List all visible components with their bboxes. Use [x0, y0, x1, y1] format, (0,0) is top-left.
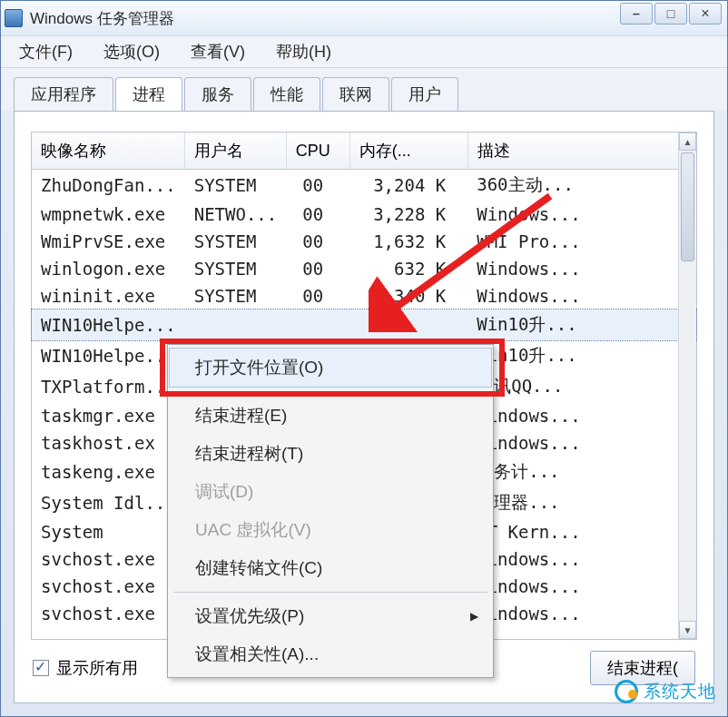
col-desc: Win10升... — [467, 340, 695, 371]
col-image: WIN10Helpe... — [32, 340, 185, 371]
cm-debug: 调试(D) — [170, 473, 491, 511]
col-image: WmiPrvSE.exe — [32, 228, 185, 255]
col-cpu: 00 — [286, 228, 349, 255]
col-desc: 360主动... — [467, 170, 695, 201]
window-title: Windows 任务管理器 — [30, 8, 174, 29]
watermark-text: 系统天地 — [644, 680, 716, 703]
col-desc: Windows... — [467, 429, 695, 457]
col-desc: Windows... — [467, 573, 695, 600]
show-all-checkbox[interactable] — [33, 660, 49, 676]
col-description[interactable]: 描述 — [467, 133, 695, 170]
col-desc: Windows... — [467, 201, 695, 228]
context-menu: 打开文件位置(O) 结束进程(E) 结束进程树(T) 调试(D) UAC 虚拟化… — [167, 344, 494, 678]
watermark: 系统天地 — [615, 680, 716, 703]
col-image: taskmgr.exe — [32, 402, 185, 429]
col-user: SYSTEM — [185, 282, 287, 309]
col-cpu — [286, 309, 349, 340]
col-mem: 340 K — [349, 282, 467, 309]
col-image: winlogon.exe — [32, 255, 185, 282]
col-image: ZhuDongFan... — [32, 170, 185, 201]
col-image: svchost.exe — [32, 545, 185, 573]
col-image: wmpnetwk.exe — [32, 201, 185, 228]
tab-applications[interactable]: 应用程序 — [14, 77, 113, 111]
col-cpu[interactable]: CPU — [286, 133, 349, 170]
col-image: wininit.exe — [32, 282, 185, 309]
cm-open-file-location[interactable]: 打开文件位置(O) — [169, 348, 492, 388]
col-desc: Win10升... — [467, 309, 695, 340]
col-cpu: 00 — [286, 170, 349, 201]
col-desc: Windows... — [467, 545, 695, 573]
minimize-button[interactable] — [620, 3, 653, 25]
table-row[interactable]: WmiPrvSE.exeSYSTEM001,632 KWMI Pro... — [32, 228, 696, 255]
col-user — [185, 309, 287, 340]
watermark-logo-icon — [615, 680, 638, 703]
col-mem — [349, 309, 467, 340]
col-image: WIN10Helpe... — [32, 309, 185, 340]
tab-services[interactable]: 服务 — [184, 77, 251, 111]
table-row[interactable]: ZhuDongFan...SYSTEM003,204 K360主动... — [32, 170, 696, 201]
col-cpu: 00 — [286, 255, 349, 282]
col-cpu: 00 — [286, 282, 349, 309]
menubar: 文件(F) 选项(O) 查看(V) 帮助(H) — [1, 35, 727, 68]
col-desc: Windows... — [467, 600, 695, 627]
tab-networking[interactable]: 联网 — [322, 77, 389, 111]
show-all-label: 显示所有用 — [56, 657, 138, 679]
cm-set-priority[interactable]: 设置优先级(P) — [170, 597, 491, 635]
tab-strip: 应用程序 进程 服务 性能 联网 用户 — [1, 68, 727, 111]
maximize-button[interactable] — [654, 3, 687, 25]
scrollbar[interactable]: ▲ ▼ — [678, 133, 696, 639]
col-image: System — [32, 518, 185, 545]
col-cpu: 00 — [286, 201, 349, 228]
window-controls — [620, 3, 722, 25]
scroll-up-arrow[interactable]: ▲ — [679, 133, 696, 151]
col-desc: 腾讯QQ... — [467, 371, 695, 402]
cm-separator — [173, 592, 487, 593]
table-header-row: 映像名称 用户名 CPU 内存(... 描述 — [32, 133, 696, 170]
col-user: SYSTEM — [185, 170, 287, 201]
col-desc: Windows... — [467, 255, 695, 282]
titlebar: Windows 任务管理器 — [1, 1, 727, 35]
tab-processes[interactable]: 进程 — [115, 77, 182, 111]
col-image: TXPlatform... — [32, 371, 185, 402]
col-desc: 处理器... — [467, 487, 695, 518]
menu-file[interactable]: 文件(F) — [12, 37, 80, 66]
cm-end-process[interactable]: 结束进程(E) — [170, 397, 491, 435]
table-row[interactable]: wininit.exeSYSTEM00340 KWindows... — [32, 282, 696, 309]
task-manager-window: Windows 任务管理器 文件(F) 选项(O) 查看(V) 帮助(H) 应用… — [0, 0, 728, 717]
col-mem: 3,204 K — [349, 170, 467, 201]
col-desc: Windows... — [467, 282, 695, 309]
table-row[interactable]: winlogon.exeSYSTEM00632 KWindows... — [32, 255, 696, 282]
cm-uac-virtualization: UAC 虚拟化(V) — [170, 511, 491, 549]
cm-set-affinity[interactable]: 设置相关性(A)... — [170, 635, 491, 673]
col-image: taskeng.exe — [32, 457, 185, 487]
menu-help[interactable]: 帮助(H) — [269, 37, 339, 66]
col-image-name[interactable]: 映像名称 — [32, 133, 185, 170]
scroll-down-arrow[interactable]: ▼ — [679, 621, 696, 639]
cm-separator — [173, 391, 487, 392]
tab-users[interactable]: 用户 — [391, 77, 458, 111]
col-desc: Windows... — [467, 402, 695, 429]
col-desc: 任务计... — [467, 457, 695, 487]
col-desc: WMI Pro... — [467, 228, 695, 255]
col-user: SYSTEM — [185, 255, 287, 282]
col-memory[interactable]: 内存(... — [349, 133, 467, 170]
col-user: NETWO... — [185, 201, 287, 228]
scroll-thumb[interactable] — [681, 152, 694, 261]
table-row[interactable]: wmpnetwk.exeNETWO...003,228 KWindows... — [32, 201, 696, 228]
col-image: System Idl... — [32, 487, 185, 518]
cm-create-dump[interactable]: 创建转储文件(C) — [170, 549, 491, 587]
col-image: svchost.exe — [32, 600, 185, 627]
col-user: SYSTEM — [185, 228, 287, 255]
tab-performance[interactable]: 性能 — [253, 77, 320, 111]
menu-options[interactable]: 选项(O) — [96, 37, 167, 66]
col-desc: NT Kern... — [467, 518, 695, 545]
show-all-users-row[interactable]: 显示所有用 — [33, 657, 138, 679]
col-image: svchost.exe — [32, 573, 185, 600]
menu-view[interactable]: 查看(V) — [183, 37, 252, 66]
col-mem: 3,228 K — [349, 201, 467, 228]
col-mem: 632 K — [349, 255, 467, 282]
col-user[interactable]: 用户名 — [185, 133, 287, 170]
cm-end-process-tree[interactable]: 结束进程树(T) — [170, 435, 491, 473]
close-button[interactable] — [689, 3, 722, 25]
table-row[interactable]: WIN10Helpe...Win10升... — [32, 309, 696, 340]
